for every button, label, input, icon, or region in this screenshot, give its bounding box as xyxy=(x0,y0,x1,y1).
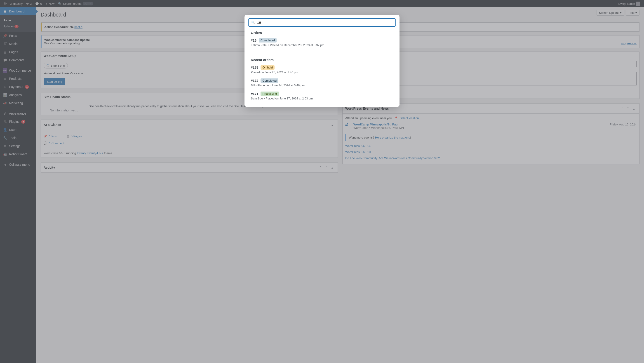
search-modal-overlay[interactable]: 🔍 Orders #16Completed Fatima Patel • Pla… xyxy=(0,0,644,182)
search-input[interactable] xyxy=(257,20,393,24)
order-id: #172 xyxy=(251,79,258,82)
divider xyxy=(251,52,393,52)
order-sub: Fatima Patel • Placed on December 28, 20… xyxy=(251,44,393,47)
order-result[interactable]: #171Processing Sam Sue • Placed on June … xyxy=(248,90,396,103)
section-orders: Orders xyxy=(248,27,396,37)
status-badge: Completed xyxy=(260,78,278,83)
search-field-wrap: 🔍 xyxy=(248,18,396,27)
order-id: #16 xyxy=(251,38,256,42)
search-icon: 🔍 xyxy=(251,21,255,24)
order-sub: Sam Sue • Placed on June 17, 2024 at 2:0… xyxy=(251,97,393,100)
section-recent: Recent orders xyxy=(248,54,396,64)
status-badge: Completed xyxy=(259,38,276,42)
order-sub: Bill • Placed on June 24, 2024 at 5:46 p… xyxy=(251,84,393,87)
search-modal: 🔍 Orders #16Completed Fatima Patel • Pla… xyxy=(244,15,400,107)
order-result[interactable]: #175On hold Placed on June 25, 2024 at 1… xyxy=(248,64,396,77)
order-result[interactable]: #16Completed Fatima Patel • Placed on De… xyxy=(248,37,396,50)
order-id: #175 xyxy=(251,66,258,70)
status-badge: Processing xyxy=(260,92,278,96)
order-sub: Placed on June 25, 2024 at 1:46 pm xyxy=(251,70,393,74)
order-id: #171 xyxy=(251,92,258,96)
order-result[interactable]: #172Completed Bill • Placed on June 24, … xyxy=(248,77,396,90)
status-badge: On hold xyxy=(260,65,274,70)
